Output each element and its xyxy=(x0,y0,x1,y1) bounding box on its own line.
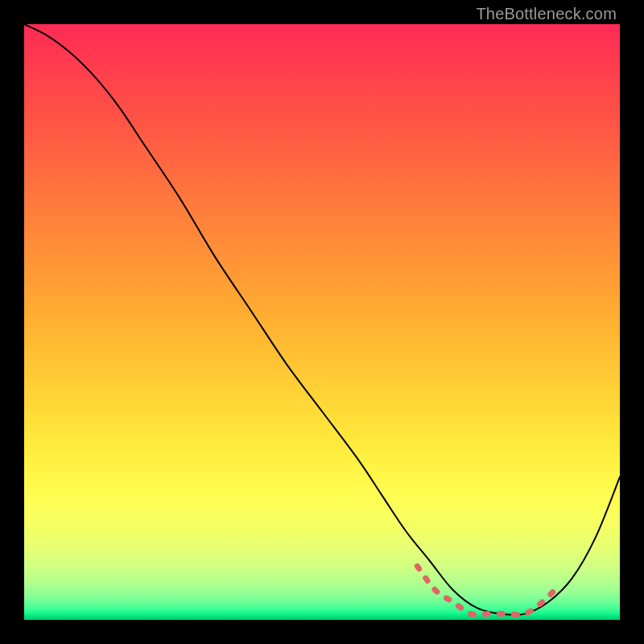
chart-stage: TheBottleneck.com xyxy=(0,0,644,644)
curve-layer xyxy=(24,24,620,620)
watermark-label: TheBottleneck.com xyxy=(476,5,617,23)
plot-area xyxy=(24,24,620,620)
bottleneck-curve xyxy=(24,24,620,615)
